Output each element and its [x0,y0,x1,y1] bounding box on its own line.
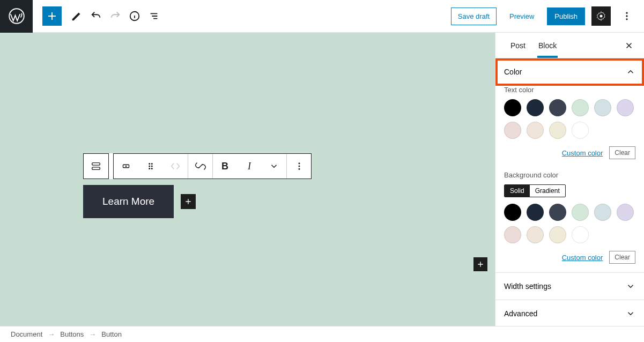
svg-point-10 [149,163,150,165]
wp-logo[interactable] [0,0,33,33]
custom-bg-color-link[interactable]: Custom color [562,254,603,262]
swatch-lightblue[interactable] [594,99,611,116]
sidebar-tabs: Post Block [495,33,644,58]
tab-block[interactable]: Block [532,34,563,57]
swatch-bg-lavender[interactable] [617,204,634,221]
align-icon[interactable] [114,154,138,179]
swatch-bg-cream[interactable] [549,226,566,243]
bg-tab-gradient[interactable]: Gradient [530,185,565,197]
link-icon[interactable] [188,154,212,179]
svg-rect-6 [92,163,100,166]
swatch-bg-white[interactable] [572,226,589,243]
swatch-black[interactable] [504,99,521,116]
panel-advanced-header[interactable]: Advanced [495,300,644,326]
swatch-sand[interactable] [527,122,544,139]
svg-point-11 [151,163,153,165]
swatch-bg-blush[interactable] [504,226,521,243]
editor-canvas[interactable]: B I Learn More [0,33,495,326]
settings-sidebar: Post Block Color Text color [495,33,644,326]
svg-point-2 [600,15,603,18]
svg-point-4 [626,15,627,17]
clear-text-color-button[interactable]: Clear [609,146,635,159]
swatch-bg-black[interactable] [504,204,521,221]
drag-handle-icon[interactable] [138,154,163,179]
text-color-swatches [504,99,635,139]
edit-icon[interactable] [67,6,86,26]
svg-point-5 [626,18,627,20]
text-color-label: Text color [504,86,635,94]
custom-text-color-link[interactable]: Custom color [562,149,603,157]
main: B I Learn More Post [0,33,644,326]
top-toolbar: Save draft Preview Publish [0,0,644,33]
panel-color-header[interactable]: Color [495,58,644,85]
breadcrumb-button[interactable]: Button [101,330,122,338]
breadcrumb-buttons[interactable]: Buttons [60,330,84,338]
bg-tab-solid[interactable]: Solid [505,185,530,197]
svg-point-12 [149,166,150,167]
block-toolbar: B I [83,153,312,179]
svg-point-18 [298,168,300,170]
swatch-white[interactable] [572,122,589,139]
save-draft-button[interactable]: Save draft [451,8,497,25]
panel-color-body: Text color Custom color Clear [495,86,644,273]
button-block[interactable]: Learn More [83,185,196,218]
chevron-up-icon [626,67,635,77]
panel-width-title: Width settings [504,282,551,291]
svg-point-3 [626,12,627,14]
panel-advanced-title: Advanced [504,309,537,318]
clear-bg-color-button[interactable]: Clear [609,251,635,264]
list-view-icon[interactable] [144,6,164,26]
settings-gear-icon[interactable] [591,6,611,26]
breadcrumb-document[interactable]: Document [11,330,42,338]
add-block-corner-icon[interactable] [473,257,487,271]
panel-color: Color [495,58,644,86]
block-type-icon[interactable] [84,154,108,179]
svg-point-13 [151,166,153,167]
tab-post[interactable]: Post [504,34,532,57]
swatch-bg-slate[interactable] [549,204,566,221]
swatch-darkblue[interactable] [527,99,544,116]
block-more-icon[interactable] [286,154,311,179]
svg-point-16 [298,162,300,164]
learn-more-button[interactable]: Learn More [83,185,174,218]
breadcrumb-arrow-icon: → [89,330,96,338]
swatch-bg-lightblue[interactable] [594,204,611,221]
preview-button[interactable]: Preview [503,8,541,25]
swatch-mint[interactable] [572,99,589,116]
bg-color-label: Background color [504,171,635,179]
svg-point-15 [151,168,153,169]
svg-point-9 [125,166,127,167]
panel-advanced: Advanced [495,300,644,326]
chevron-down-icon [626,309,635,318]
toolbar-left [33,6,164,26]
panel-width: Width settings [495,273,644,300]
svg-rect-7 [92,167,100,170]
add-block-button[interactable] [42,6,62,26]
move-icon[interactable] [163,154,188,179]
swatch-bg-mint[interactable] [572,204,589,221]
swatch-slate[interactable] [549,99,566,116]
more-options-icon[interactable] [617,6,636,26]
swatch-cream[interactable] [549,122,566,139]
svg-point-14 [149,168,150,169]
swatch-blush[interactable] [504,122,521,139]
undo-icon[interactable] [86,6,106,26]
italic-icon[interactable]: I [237,154,262,179]
breadcrumb-arrow-icon: → [48,330,55,338]
breadcrumb: Document → Buttons → Button [0,326,644,342]
add-button-icon[interactable] [181,194,196,209]
bold-icon[interactable]: B [212,154,237,179]
swatch-bg-sand[interactable] [527,226,544,243]
close-sidebar-icon[interactable] [619,36,639,55]
dropdown-icon[interactable] [262,154,286,179]
info-icon[interactable] [125,6,144,26]
svg-point-17 [298,166,300,167]
panel-width-header[interactable]: Width settings [495,273,644,300]
bg-color-swatches [504,204,635,243]
toolbar-right: Save draft Preview Publish [451,6,644,26]
publish-button[interactable]: Publish [547,8,585,25]
redo-icon[interactable] [106,6,125,26]
swatch-bg-darkblue[interactable] [527,204,544,221]
panel-color-title: Color [504,68,522,76]
swatch-lavender[interactable] [617,99,634,116]
